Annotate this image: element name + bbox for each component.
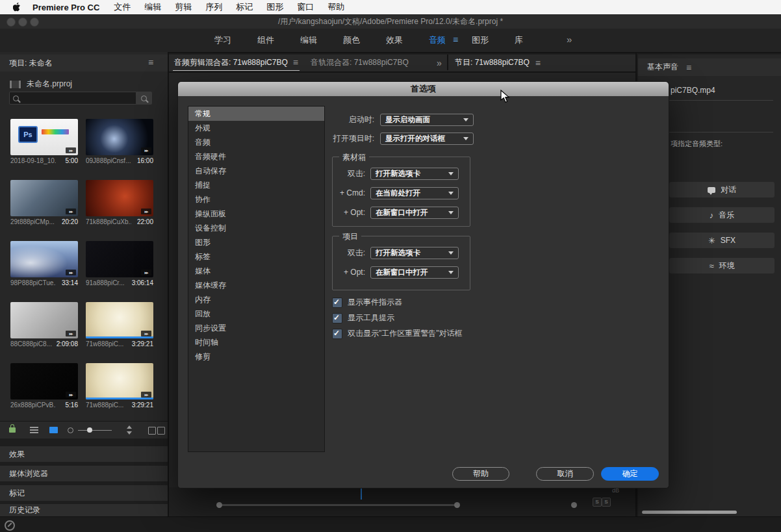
scrollbar-handle-right[interactable] — [454, 502, 460, 508]
projects-opt-dropdown[interactable]: 在新窗口中打开 — [370, 266, 459, 279]
new-item-icon[interactable] — [157, 427, 165, 435]
clip-thumbnail[interactable] — [86, 363, 153, 399]
category-trim[interactable]: 修剪 — [188, 349, 324, 364]
clip-thumbnail[interactable] — [10, 302, 78, 338]
panel-tab-history[interactable]: 历史记录 — [0, 504, 168, 516]
audio-clip-mixer-tab[interactable]: 音频剪辑混合器: 71w888piC7BQ ≡ — [173, 55, 300, 71]
clip-thumbnail[interactable] — [86, 180, 153, 216]
audio-type-sfx-button[interactable]: ✳ SFX — [669, 233, 775, 248]
workspace-tab-libraries[interactable]: 库 — [515, 34, 523, 46]
list-view-icon[interactable] — [30, 427, 38, 433]
menu-file[interactable]: 文件 — [114, 1, 131, 13]
category-labels[interactable]: 标签 — [188, 249, 324, 264]
category-capture[interactable]: 捕捉 — [188, 178, 324, 192]
panel-scrollbar[interactable] — [642, 511, 737, 514]
category-device-control[interactable]: 设备控制 — [188, 221, 324, 235]
audio-type-ambience-button[interactable]: ≈ 环境 — [669, 258, 775, 273]
project-item[interactable]: 71w888piC...3:29:21 — [86, 302, 156, 348]
zoom-slider-track[interactable] — [78, 430, 112, 431]
bins-cmd-dropdown[interactable]: 在当前处打开 — [370, 187, 459, 199]
workspace-overflow-icon[interactable]: » — [567, 34, 572, 44]
solo-button[interactable]: S — [593, 498, 602, 507]
cancel-button[interactable]: 取消 — [536, 467, 594, 481]
category-memory[interactable]: 内存 — [188, 292, 324, 307]
search-input[interactable] — [22, 94, 122, 103]
apple-logo[interactable] — [13, 3, 21, 12]
help-button[interactable]: 帮助 — [452, 467, 509, 481]
workspace-tab-assembly[interactable]: 组件 — [257, 34, 274, 46]
panel-tab-effects[interactable]: 效果 — [0, 446, 168, 462]
horizontal-scrollbar[interactable] — [219, 504, 457, 506]
workspace-tab-learning[interactable]: 学习 — [214, 34, 231, 46]
ok-button[interactable]: 确定 — [601, 467, 659, 481]
search-bin-button[interactable] — [136, 92, 152, 105]
workspace-tab-graphics[interactable]: 图形 — [472, 34, 489, 46]
status-icon[interactable] — [5, 520, 15, 531]
workspace-tab-editing[interactable]: 编辑 — [300, 34, 317, 46]
menu-graphics[interactable]: 图形 — [266, 1, 283, 13]
category-audio-hardware[interactable]: 音频硬件 — [188, 149, 324, 164]
project-item[interactable]: 09J888piCnsf...16:00 — [86, 119, 156, 164]
panel-divider[interactable] — [168, 52, 169, 516]
project-panel-menu-icon[interactable]: ≡ — [148, 58, 153, 67]
audio-type-music-button[interactable]: ♪ 音乐 — [669, 207, 775, 223]
app-name[interactable]: Premiere Pro CC — [32, 3, 99, 12]
workspace-tab-color[interactable]: 颜色 — [343, 34, 360, 46]
project-panel-header[interactable]: 项目: 未命名 ≡ — [0, 55, 168, 71]
category-graphics[interactable]: 图形 — [188, 235, 324, 249]
panel-tab-markers[interactable]: 标记 — [0, 485, 168, 501]
tooltips-checkbox[interactable] — [332, 313, 342, 323]
dialog-title[interactable]: 首选项 — [178, 82, 669, 96]
zoom-out-icon[interactable] — [68, 427, 73, 433]
category-timeline[interactable]: 时间轴 — [188, 335, 324, 349]
scrollbar-handle[interactable] — [571, 502, 577, 508]
category-collaboration[interactable]: 协作 — [188, 192, 324, 207]
workspace-tab-audio[interactable]: 音频 — [429, 34, 446, 46]
bins-opt-dropdown[interactable]: 在新窗口中打开 — [370, 207, 459, 219]
mixer-overflow-icon[interactable]: » — [437, 55, 442, 71]
project-item[interactable]: 26x888piCPvB...5:16 — [10, 363, 81, 409]
sort-icon[interactable] — [126, 425, 133, 435]
program-monitor-tab[interactable]: 节目: 71w888piC7BQ ≡ — [455, 55, 541, 71]
clip-thumbnail[interactable] — [10, 363, 78, 399]
menu-markers[interactable]: 标记 — [236, 1, 253, 13]
event-indicator-checkbox[interactable] — [332, 298, 342, 308]
open-projects-dropdown[interactable]: 显示打开的对话框 — [380, 133, 474, 145]
category-playback[interactable]: 回放 — [188, 307, 324, 321]
clip-thumbnail[interactable]: Ps — [10, 119, 78, 155]
project-item[interactable]: 29t888piCMp...20:20 — [10, 180, 81, 225]
clip-thumbnail[interactable] — [86, 241, 153, 277]
scrollbar-handle-left[interactable] — [216, 502, 222, 508]
menu-help[interactable]: 帮助 — [327, 1, 344, 13]
menu-clip[interactable]: 剪辑 — [175, 1, 192, 13]
lock-icon[interactable] — [9, 427, 16, 433]
menu-window[interactable]: 窗口 — [297, 1, 314, 13]
project-item[interactable]: 91a888piCr...3:06:14 — [86, 241, 156, 286]
category-sync-settings[interactable]: 同步设置 — [188, 321, 324, 335]
menu-sequence[interactable]: 序列 — [205, 1, 222, 13]
program-panel-menu-icon[interactable]: ≡ — [535, 58, 541, 68]
workspace-tab-effects[interactable]: 效果 — [386, 34, 403, 46]
clip-thumbnail[interactable] — [10, 180, 78, 216]
project-file-row[interactable]: 未命名.prproj — [9, 79, 72, 90]
essential-sound-header[interactable]: 基本声音 ≡ — [638, 58, 781, 76]
clip-thumbnail[interactable] — [86, 119, 153, 155]
zoom-slider-handle[interactable] — [87, 427, 92, 433]
category-media-cache[interactable]: 媒体缓存 — [188, 278, 324, 292]
projects-double-click-dropdown[interactable]: 打开新选项卡 — [370, 247, 459, 259]
bins-double-click-dropdown[interactable]: 打开新选项卡 — [370, 168, 459, 180]
category-auto-save[interactable]: 自动保存 — [188, 164, 324, 178]
solo-button[interactable]: S — [602, 498, 611, 507]
essential-sound-menu-icon[interactable]: ≡ — [686, 63, 691, 72]
project-item[interactable]: Ps 2018-09-18_10...5:00 — [10, 119, 81, 164]
workspace-menu-icon[interactable]: ≡ — [453, 35, 458, 44]
project-item[interactable]: 98P888piCTue...33:14 — [10, 241, 81, 286]
audio-type-dialogue-button[interactable]: 对话 — [669, 182, 775, 197]
clip-thumbnail[interactable] — [86, 302, 153, 338]
startup-dropdown[interactable]: 显示启动画面 — [380, 114, 474, 126]
project-item[interactable]: 71k888piCuXb...22:00 — [86, 180, 156, 225]
project-item[interactable]: 88C888piC8...2:09:08 — [10, 302, 81, 348]
workspace-warning-checkbox[interactable] — [332, 329, 342, 339]
audio-track-mixer-tab[interactable]: 音轨混合器: 71w888piC7BQ — [311, 55, 409, 71]
clip-thumbnail[interactable] — [10, 241, 78, 277]
